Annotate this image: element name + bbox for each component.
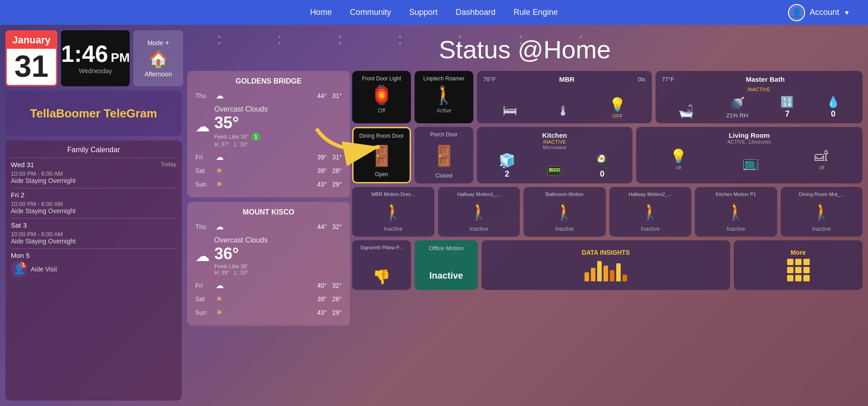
- plus-icon[interactable]: +: [165, 39, 169, 47]
- calendar-events-title: Family Calendar: [11, 146, 176, 154]
- status-header: Status @Home: [187, 30, 863, 66]
- home-mode-icon: 🏠: [148, 50, 169, 69]
- tile-kitchen-motion[interactable]: Kitchen Motion P1 🚶 Inactive: [695, 187, 777, 237]
- clock-time: 1:46: [61, 42, 108, 65]
- weather-forecast-0: Thu ☁ 44°31°: [195, 89, 342, 103]
- calendar-events: Family Calendar Wed 31 Today 10:00 PM - …: [5, 140, 182, 401]
- front-door-status: Off: [378, 107, 385, 114]
- weather-mk-forecast-1: Fri ☁ 40°32°: [195, 279, 342, 292]
- tile-linptech-roamer[interactable]: Linptech Roamer 🚶 Active: [415, 71, 473, 123]
- nav-community[interactable]: Community: [350, 8, 391, 17]
- account-avatar: 👤: [788, 4, 805, 21]
- tile-porch-door[interactable]: Porch Door 🚪 Closed: [415, 127, 473, 183]
- nav-rule-engine[interactable]: Rule Engine: [514, 8, 558, 17]
- nav-dashboard[interactable]: Dashboard: [456, 8, 495, 17]
- account-label: Account: [810, 8, 839, 17]
- tile-bathroom-motion[interactable]: Bathroom Motion 🚶 Inactive: [524, 187, 606, 237]
- nav-links: Home Community Support Dashboard Rule En…: [310, 8, 558, 17]
- telegram-title: TellaBoomer TeleGram: [30, 107, 157, 121]
- bottom-device-row: Signorelli Pillow P... 👎 Office Motion I…: [352, 240, 863, 290]
- weather-mk-forecast-3: Sun ☀ 43°29°: [195, 306, 342, 319]
- tile-office-motion[interactable]: Office Motion Inactive: [415, 240, 478, 290]
- mode-widget: Mode + 🏠 Afternoon: [133, 30, 183, 86]
- tile-hallway-motion1[interactable]: Hallway Motion1_... 🚶 Inactive: [438, 187, 520, 237]
- tile-data-insights[interactable]: DATA INSIGHTS: [481, 240, 730, 290]
- tile-master-bath[interactable]: 77°F Master Bath INACTIVE 🛁 🚿 21% RH: [656, 71, 863, 123]
- weather-forecast-1: Fri ☁ 39°31°: [195, 150, 342, 164]
- calendar-month: January: [7, 32, 56, 49]
- more-grid: [787, 259, 810, 281]
- left-column: January 31 1:46 PM Wednesday Mode + 🏠 Af…: [5, 30, 182, 401]
- top-navigation: Home Community Support Dashboard Rule En…: [0, 0, 868, 25]
- calendar-event-3: 👤 1 Aide Visit: [11, 261, 176, 277]
- tile-front-door-light[interactable]: Front Door Light 🏮 Off: [352, 71, 411, 123]
- nav-home[interactable]: Home: [310, 8, 332, 17]
- mode-label: Mode +: [147, 39, 169, 47]
- linptech-status: Active: [437, 107, 452, 114]
- weather-location-1: GOLDENS BRIDGE: [195, 77, 342, 85]
- telegram-widget: TellaBoomer TeleGram: [5, 91, 182, 136]
- tile-more[interactable]: More: [734, 240, 863, 290]
- weather-location-2: MOUNT KISCO: [195, 208, 342, 216]
- calendar-day: 31: [14, 49, 49, 85]
- weather-and-top-devices: GOLDENS BRIDGE Thu ☁ 44°31° ☁ Overcast C…: [187, 71, 863, 326]
- data-insights-chart: [585, 259, 627, 281]
- calendar-event-1: 10:00 PM - 6:00 AM Aide Staying Overnigh…: [11, 201, 176, 215]
- motion-sensors-row: MBR Motion-Dres... 🚶 Inactive Hallway Mo…: [352, 187, 863, 237]
- tile-mbr-motion[interactable]: MBR Motion-Dres... 🚶 Inactive: [352, 187, 434, 237]
- weather-forecast-2: Sat ☀ 39°28°: [195, 164, 342, 177]
- main-content: January 31 1:46 PM Wednesday Mode + 🏠 Af…: [0, 25, 868, 406]
- chevron-down-icon: ▼: [844, 9, 850, 16]
- calendar-event-0: 10:00 PM - 6:00 AM Aide Staying Overnigh…: [11, 170, 176, 184]
- device-tiles-area: Front Door Light 🏮 Off Linptech Roamer 🚶…: [352, 71, 863, 326]
- calendar-fri2: Fri 2: [11, 188, 176, 199]
- mid-device-row: Dining Room Door 🚪 Open Porch Door 🚪 Clo…: [352, 127, 863, 183]
- date-row: January 31 1:46 PM Wednesday Mode + 🏠 Af…: [5, 30, 182, 86]
- weather-mk-forecast-2: Sat ☀ 39°28°: [195, 292, 342, 306]
- tile-hallway-motion2[interactable]: Hallway Motion2_... 🚶 Inactive: [609, 187, 692, 237]
- top-device-row: Front Door Light 🏮 Off Linptech Roamer 🚶…: [352, 71, 863, 123]
- weather-forecast-3: Sun ☀ 43°29°: [195, 177, 342, 191]
- calendar-date-header: Wed 31 Today: [11, 158, 176, 168]
- weather-mount-kisco: MOUNT KISCO Thu ☁ 44°32° ☁ Overcast Clou…: [187, 202, 350, 326]
- calendar-event-2: 10:00 PM - 6:00 AM Aide Staying Overnigh…: [11, 231, 176, 245]
- tile-mbr[interactable]: 78°F MBR 0lx 🛏 🌡 💡: [477, 71, 652, 123]
- clock-day: Wednesday: [79, 67, 112, 75]
- weather-mk-forecast-0: Thu ☁ 44°32°: [195, 220, 342, 233]
- tile-living-room[interactable]: Living Room ACTIVE 13minutes 💡 off 📺: [636, 127, 863, 183]
- mode-sub: Afternoon: [145, 70, 172, 78]
- tile-dining-room-door[interactable]: Dining Room Door 🚪 Open: [352, 127, 411, 183]
- calendar-mon5: Mon 5: [11, 248, 176, 259]
- clock-ampm: PM: [111, 51, 130, 65]
- weather-goldens-bridge: GOLDENS BRIDGE Thu ☁ 44°31° ☁ Overcast C…: [187, 71, 350, 197]
- tile-signorelli-pillow[interactable]: Signorelli Pillow P... 👎: [352, 240, 411, 290]
- account-menu[interactable]: 👤 Account ▼: [788, 4, 850, 21]
- calendar-widget: January 31: [5, 30, 57, 86]
- tile-dining-room-motion[interactable]: Dining Room Mot_... 🚶 Inactive: [781, 187, 863, 237]
- calendar-sat3: Sat 3: [11, 218, 176, 229]
- right-area: Status @Home GOLDENS BRIDGE Thu ☁ 44°31°…: [187, 30, 863, 401]
- tile-kitchen[interactable]: Kitchen INACTIVE Microwave 🧊 2 📟: [477, 127, 632, 183]
- nav-support[interactable]: Support: [409, 8, 438, 17]
- clock-widget: 1:46 PM Wednesday: [61, 30, 130, 86]
